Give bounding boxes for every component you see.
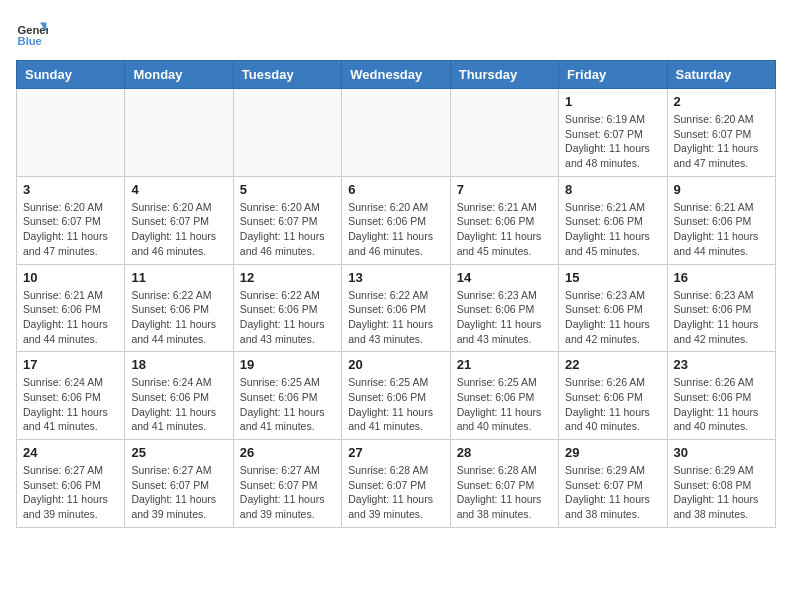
day-info: Sunrise: 6:27 AM Sunset: 6:06 PM Dayligh… [23, 463, 118, 522]
day-number: 22 [565, 357, 660, 372]
day-info: Sunrise: 6:19 AM Sunset: 6:07 PM Dayligh… [565, 112, 660, 171]
day-number: 6 [348, 182, 443, 197]
calendar-cell: 15Sunrise: 6:23 AM Sunset: 6:06 PM Dayli… [559, 264, 667, 352]
calendar-cell: 30Sunrise: 6:29 AM Sunset: 6:08 PM Dayli… [667, 440, 775, 528]
calendar-cell: 29Sunrise: 6:29 AM Sunset: 6:07 PM Dayli… [559, 440, 667, 528]
calendar-cell: 8Sunrise: 6:21 AM Sunset: 6:06 PM Daylig… [559, 176, 667, 264]
weekday-header-sunday: Sunday [17, 61, 125, 89]
calendar-cell: 16Sunrise: 6:23 AM Sunset: 6:06 PM Dayli… [667, 264, 775, 352]
day-info: Sunrise: 6:25 AM Sunset: 6:06 PM Dayligh… [348, 375, 443, 434]
calendar-cell: 6Sunrise: 6:20 AM Sunset: 6:06 PM Daylig… [342, 176, 450, 264]
day-info: Sunrise: 6:28 AM Sunset: 6:07 PM Dayligh… [457, 463, 552, 522]
day-info: Sunrise: 6:22 AM Sunset: 6:06 PM Dayligh… [348, 288, 443, 347]
day-number: 26 [240, 445, 335, 460]
weekday-header-wednesday: Wednesday [342, 61, 450, 89]
day-info: Sunrise: 6:21 AM Sunset: 6:06 PM Dayligh… [457, 200, 552, 259]
calendar-cell [342, 89, 450, 177]
calendar-cell: 4Sunrise: 6:20 AM Sunset: 6:07 PM Daylig… [125, 176, 233, 264]
day-info: Sunrise: 6:29 AM Sunset: 6:08 PM Dayligh… [674, 463, 769, 522]
day-number: 27 [348, 445, 443, 460]
calendar-week-2: 3Sunrise: 6:20 AM Sunset: 6:07 PM Daylig… [17, 176, 776, 264]
day-number: 17 [23, 357, 118, 372]
calendar-cell: 19Sunrise: 6:25 AM Sunset: 6:06 PM Dayli… [233, 352, 341, 440]
calendar-cell: 5Sunrise: 6:20 AM Sunset: 6:07 PM Daylig… [233, 176, 341, 264]
calendar-cell: 18Sunrise: 6:24 AM Sunset: 6:06 PM Dayli… [125, 352, 233, 440]
day-info: Sunrise: 6:23 AM Sunset: 6:06 PM Dayligh… [457, 288, 552, 347]
calendar-table: SundayMondayTuesdayWednesdayThursdayFrid… [16, 60, 776, 528]
logo-icon: General Blue [16, 16, 48, 48]
day-number: 13 [348, 270, 443, 285]
day-info: Sunrise: 6:23 AM Sunset: 6:06 PM Dayligh… [674, 288, 769, 347]
day-info: Sunrise: 6:28 AM Sunset: 6:07 PM Dayligh… [348, 463, 443, 522]
day-number: 14 [457, 270, 552, 285]
day-number: 7 [457, 182, 552, 197]
day-number: 8 [565, 182, 660, 197]
day-info: Sunrise: 6:27 AM Sunset: 6:07 PM Dayligh… [240, 463, 335, 522]
day-info: Sunrise: 6:21 AM Sunset: 6:06 PM Dayligh… [565, 200, 660, 259]
calendar-cell: 24Sunrise: 6:27 AM Sunset: 6:06 PM Dayli… [17, 440, 125, 528]
calendar-cell: 12Sunrise: 6:22 AM Sunset: 6:06 PM Dayli… [233, 264, 341, 352]
calendar-cell: 28Sunrise: 6:28 AM Sunset: 6:07 PM Dayli… [450, 440, 558, 528]
calendar-cell [125, 89, 233, 177]
calendar-cell [450, 89, 558, 177]
calendar-cell: 2Sunrise: 6:20 AM Sunset: 6:07 PM Daylig… [667, 89, 775, 177]
calendar-cell: 14Sunrise: 6:23 AM Sunset: 6:06 PM Dayli… [450, 264, 558, 352]
day-number: 29 [565, 445, 660, 460]
calendar-cell: 23Sunrise: 6:26 AM Sunset: 6:06 PM Dayli… [667, 352, 775, 440]
day-number: 15 [565, 270, 660, 285]
weekday-header-monday: Monday [125, 61, 233, 89]
calendar-cell [17, 89, 125, 177]
day-info: Sunrise: 6:26 AM Sunset: 6:06 PM Dayligh… [674, 375, 769, 434]
day-number: 19 [240, 357, 335, 372]
calendar-cell [233, 89, 341, 177]
day-info: Sunrise: 6:25 AM Sunset: 6:06 PM Dayligh… [240, 375, 335, 434]
day-number: 12 [240, 270, 335, 285]
calendar-cell: 9Sunrise: 6:21 AM Sunset: 6:06 PM Daylig… [667, 176, 775, 264]
day-info: Sunrise: 6:29 AM Sunset: 6:07 PM Dayligh… [565, 463, 660, 522]
day-number: 11 [131, 270, 226, 285]
day-number: 3 [23, 182, 118, 197]
calendar-cell: 21Sunrise: 6:25 AM Sunset: 6:06 PM Dayli… [450, 352, 558, 440]
calendar-cell: 27Sunrise: 6:28 AM Sunset: 6:07 PM Dayli… [342, 440, 450, 528]
day-info: Sunrise: 6:20 AM Sunset: 6:07 PM Dayligh… [23, 200, 118, 259]
weekday-header-saturday: Saturday [667, 61, 775, 89]
day-info: Sunrise: 6:24 AM Sunset: 6:06 PM Dayligh… [23, 375, 118, 434]
calendar-cell: 10Sunrise: 6:21 AM Sunset: 6:06 PM Dayli… [17, 264, 125, 352]
day-number: 10 [23, 270, 118, 285]
day-info: Sunrise: 6:21 AM Sunset: 6:06 PM Dayligh… [23, 288, 118, 347]
day-number: 9 [674, 182, 769, 197]
calendar-week-1: 1Sunrise: 6:19 AM Sunset: 6:07 PM Daylig… [17, 89, 776, 177]
calendar-cell: 22Sunrise: 6:26 AM Sunset: 6:06 PM Dayli… [559, 352, 667, 440]
day-number: 18 [131, 357, 226, 372]
calendar-cell: 3Sunrise: 6:20 AM Sunset: 6:07 PM Daylig… [17, 176, 125, 264]
day-number: 4 [131, 182, 226, 197]
calendar-cell: 13Sunrise: 6:22 AM Sunset: 6:06 PM Dayli… [342, 264, 450, 352]
day-number: 1 [565, 94, 660, 109]
day-info: Sunrise: 6:22 AM Sunset: 6:06 PM Dayligh… [240, 288, 335, 347]
calendar-cell: 17Sunrise: 6:24 AM Sunset: 6:06 PM Dayli… [17, 352, 125, 440]
day-info: Sunrise: 6:23 AM Sunset: 6:06 PM Dayligh… [565, 288, 660, 347]
day-number: 16 [674, 270, 769, 285]
day-number: 30 [674, 445, 769, 460]
calendar-week-4: 17Sunrise: 6:24 AM Sunset: 6:06 PM Dayli… [17, 352, 776, 440]
calendar-cell: 1Sunrise: 6:19 AM Sunset: 6:07 PM Daylig… [559, 89, 667, 177]
calendar-cell: 25Sunrise: 6:27 AM Sunset: 6:07 PM Dayli… [125, 440, 233, 528]
day-info: Sunrise: 6:20 AM Sunset: 6:07 PM Dayligh… [674, 112, 769, 171]
day-info: Sunrise: 6:20 AM Sunset: 6:07 PM Dayligh… [131, 200, 226, 259]
day-info: Sunrise: 6:21 AM Sunset: 6:06 PM Dayligh… [674, 200, 769, 259]
day-number: 21 [457, 357, 552, 372]
weekday-header-friday: Friday [559, 61, 667, 89]
day-number: 20 [348, 357, 443, 372]
day-number: 28 [457, 445, 552, 460]
logo: General Blue [16, 16, 48, 48]
weekday-header-tuesday: Tuesday [233, 61, 341, 89]
day-info: Sunrise: 6:24 AM Sunset: 6:06 PM Dayligh… [131, 375, 226, 434]
calendar-cell: 26Sunrise: 6:27 AM Sunset: 6:07 PM Dayli… [233, 440, 341, 528]
day-info: Sunrise: 6:26 AM Sunset: 6:06 PM Dayligh… [565, 375, 660, 434]
day-number: 23 [674, 357, 769, 372]
calendar-week-3: 10Sunrise: 6:21 AM Sunset: 6:06 PM Dayli… [17, 264, 776, 352]
day-info: Sunrise: 6:27 AM Sunset: 6:07 PM Dayligh… [131, 463, 226, 522]
calendar-cell: 7Sunrise: 6:21 AM Sunset: 6:06 PM Daylig… [450, 176, 558, 264]
page-header: General Blue [16, 16, 776, 48]
weekday-header-row: SundayMondayTuesdayWednesdayThursdayFrid… [17, 61, 776, 89]
